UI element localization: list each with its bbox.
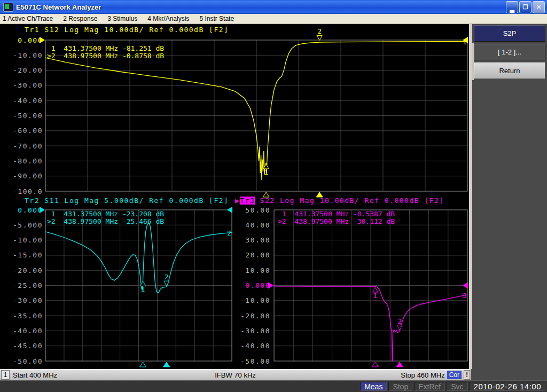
tr1-y-label: 0.000 [18,36,43,44]
tr3-y-label: 50.00 [245,206,270,214]
tr1-y-label: -70.00 [13,142,43,150]
alert-badge[interactable]: ! [464,370,470,380]
menu-response[interactable]: 2 Response [63,15,97,22]
tr3-y-label: 10.00 [245,266,270,275]
menu-active-ch-trace[interactable]: 1 Active Ch/Trace [3,15,53,22]
tr1-marker2-number: 2 [317,27,322,35]
tr1-y-label: -20.00 [13,66,43,74]
tr3-marker2-glyph[interactable] [397,325,402,330]
tr2-marker2-glyph[interactable] [164,281,169,286]
app-icon [3,3,13,12]
trace1-marker2-readout: >2 438.97500 MHz -0.8758 dB [47,52,164,60]
softkey-menu-title-s2p: S2P [474,25,545,42]
close-button[interactable]: ✕ [533,1,545,13]
tr2-y-label: -10.00 [13,236,43,244]
restore-icon: ❐ [523,4,528,11]
tr3-y-label: -40.00 [240,342,270,350]
correction-badge: Cor [447,371,462,379]
tr3-marker2-stimulus-arrow[interactable] [396,362,403,367]
trace3-params: S22 Log Mag 10.00dB/ Ref 0.000dB [F2] [255,197,444,205]
tr2-marker1-number: 1 [141,285,145,293]
ifbw-value: IFBW 70 kHz [215,371,256,379]
tr1-y-label: -100.0 [13,187,43,195]
tr2-y-label: -45.00 [13,342,43,350]
active-trace-arrow-icon: ▶ [235,197,240,205]
tr1-y-label: -40.00 [13,97,43,105]
tr3-trace-number: 3 [463,292,467,300]
softkey-sidebar: S2P [ 1-2 ]... Return [472,24,547,369]
extref-indicator: ExtRef [414,382,445,391]
stop-frequency: Stop 460 MHz [401,371,444,379]
svc-indicator: Svc [447,382,467,391]
status-bar-filler [471,369,547,380]
tr2-marker1-stimulus-arrow[interactable] [139,362,146,367]
trace3-marker1-readout: 1 431.37500 MHz -0.5387 dB [278,210,395,218]
channel-indicator: 1 [1,370,10,380]
tr1-y-label: -60.00 [13,127,43,135]
tr3-y-label: -20.00 [240,312,270,320]
close-icon: ✕ [536,4,541,11]
trace2-marker1-readout: 1 431.37500 MHz -23.208 dB [47,210,164,218]
tr3-ref-arrow-right [463,283,468,289]
start-frequency: Start 400 MHz [13,371,57,379]
tr2-y-label: -35.00 [13,312,43,320]
tr1-trace-number: 1 [463,38,467,46]
tr2-trace-number: 2 [227,229,231,237]
tr1-y-label: -30.00 [13,81,43,89]
menu-stimulus[interactable]: 3 Stimulus [107,15,137,22]
tr1-marker1-number: 1 [264,168,268,176]
trace2-header: Tr2 S11 Log Mag 5.000dB/ Ref 0.000dB [F2… [25,197,229,205]
tr2-marker2-stimulus-arrow[interactable] [163,362,170,367]
title-bar: E5071C Network Analyzer ▃ ❐ ✕ [0,0,547,14]
window-title: E5071C Network Analyzer [16,3,506,11]
tr2-ref-arrow-right [227,207,232,213]
datetime-display: 2010-02-26 14:00 [470,382,545,391]
tr2-y-label: -50.00 [13,357,43,365]
tr2-y-label: -5.000 [13,221,43,229]
stop-indicator: Stop [388,382,412,391]
softkey-1-2-button[interactable]: [ 1-2 ]... [474,44,545,60]
restore-button[interactable]: ❐ [519,1,532,13]
tr2-marker2-number: 2 [165,273,169,281]
tr1-y-label: -80.00 [13,157,43,165]
trace3-header: ▶Tr3 S22 Log Mag 10.00dB/ Ref 0.000dB [F… [235,197,444,205]
trace2-marker2-readout: >2 438.97500 MHz -25.466 dB [47,218,164,225]
tr3-y-label: -30.00 [240,327,270,335]
menu-instr-state[interactable]: 5 Instr State [199,15,234,22]
menu-bar: 1 Active Ch/Trace 2 Response 3 Stimulus … [0,14,547,24]
meas-indicator: Meas [360,382,387,391]
tr3-y-label: 0.000 [245,281,270,289]
trace1-name[interactable]: Tr1 [25,26,40,34]
tr3-y-label: -50.00 [240,357,270,365]
status-bar: 1 Start 400 MHz IFBW 70 kHz Stop 460 MHz… [0,369,547,380]
trace3-marker2-readout: >2 438.97500 MHz -30.112 dB [278,218,395,225]
menu-mkr-analysis[interactable]: 4 Mkr/Analysis [147,15,189,22]
tr2-y-label: -15.00 [13,251,43,259]
tr3-marker2-number: 2 [397,317,402,325]
tr2-y-label: -20.00 [13,266,43,275]
tr3-marker1-number: 1 [373,292,377,300]
softkey-return-button[interactable]: Return [474,62,545,79]
tr3-y-label: -10.00 [240,296,270,304]
trace2-params: S11 Log Mag 5.000dB/ Ref 0.000dB [F2] [40,197,229,205]
tr1-y-label: -50.00 [13,112,43,120]
tr2-y-label: -30.00 [13,296,43,304]
tr1-marker2-glyph[interactable] [317,35,322,40]
tr2-y-label: 0.000 [18,206,43,214]
tr3-ref-arrow-left[interactable] [268,283,274,289]
minimize-button[interactable]: ▃ [506,1,518,13]
trace3-name[interactable]: Tr3 [240,197,255,205]
tr3-marker1-stimulus-arrow[interactable] [372,362,378,367]
trace2-name[interactable]: Tr2 [25,197,40,205]
instrument-taskbar: Meas Stop ExtRef Svc 2010-02-26 14:00 [0,380,547,392]
tr3-y-label: 30.00 [245,236,270,244]
tr1-y-label: -10.00 [13,51,43,59]
tr3-y-label: 20.00 [245,251,270,259]
tr2-y-label: -40.00 [13,327,43,335]
trace1-marker1-readout: 1 431.37500 MHz -81.251 dB [47,45,164,52]
minimize-icon: ▃ [510,6,514,13]
trace1-params: S12 Log Mag 10.00dB/ Ref 0.000dB [F2] [40,26,229,34]
tr3-y-label: 40.00 [245,221,270,229]
tr1-y-label: -90.00 [13,172,43,180]
tr2-y-label: -25.00 [13,281,43,289]
